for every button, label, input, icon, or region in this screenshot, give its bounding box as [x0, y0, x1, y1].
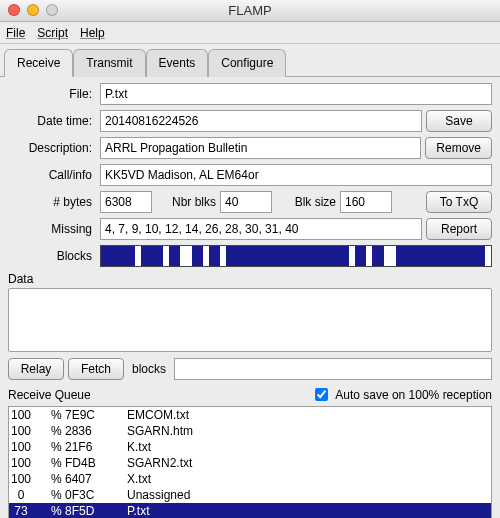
save-button[interactable]: Save [426, 110, 492, 132]
tab-transmit[interactable]: Transmit [73, 49, 145, 77]
label-blocks: Blocks [8, 249, 96, 263]
blksize-field[interactable] [340, 191, 392, 213]
report-button[interactable]: Report [426, 218, 492, 240]
titlebar: FLAMP [0, 0, 500, 22]
queue-row[interactable]: 100%6407X.txt [9, 471, 491, 487]
queue-row[interactable]: 100%FD4BSGARN2.txt [9, 455, 491, 471]
label-blocks-small: blocks [128, 362, 170, 376]
queue-row[interactable]: 100%21F6K.txt [9, 439, 491, 455]
bytes-field[interactable] [100, 191, 152, 213]
label-file: File: [8, 87, 96, 101]
menu-help[interactable]: Help [80, 26, 105, 40]
tab-receive[interactable]: Receive [4, 49, 73, 77]
fetch-button[interactable]: Fetch [68, 358, 124, 380]
menu-file[interactable]: File [6, 26, 25, 40]
close-icon[interactable] [8, 4, 20, 16]
menu-script[interactable]: Script [37, 26, 68, 40]
label-datetime: Date time: [8, 114, 96, 128]
relay-button[interactable]: Relay [8, 358, 64, 380]
blocks-strip [100, 245, 492, 267]
data-textarea[interactable] [8, 288, 492, 352]
tab-configure[interactable]: Configure [208, 49, 286, 77]
autosave-checkbox[interactable]: Auto save on 100% reception [311, 385, 492, 404]
label-callinfo: Call/info [8, 168, 96, 182]
autosave-label: Auto save on 100% reception [335, 388, 492, 402]
receive-queue[interactable]: 100%7E9CEMCOM.txt100%2836SGARN.htm100%21… [8, 406, 492, 518]
callinfo-field[interactable] [100, 164, 492, 186]
missing-field[interactable] [100, 218, 422, 240]
file-field[interactable] [100, 83, 492, 105]
label-data: Data [8, 272, 492, 286]
queue-row[interactable]: 100%2836SGARN.htm [9, 423, 491, 439]
label-description: Description: [8, 141, 96, 155]
to-txq-button[interactable]: To TxQ [426, 191, 492, 213]
zoom-icon[interactable] [46, 4, 58, 16]
label-nbrblks: Nbr blks [156, 195, 216, 209]
tab-events[interactable]: Events [146, 49, 209, 77]
blocks-input[interactable] [174, 358, 492, 380]
description-field[interactable] [100, 137, 421, 159]
receive-panel: File: Date time: Save Description: Remov… [0, 77, 500, 518]
queue-row[interactable]: 0%0F3CUnassigned [9, 487, 491, 503]
label-bytes: # bytes [8, 195, 96, 209]
queue-row[interactable]: 73%8F5DP.txt [9, 503, 491, 518]
tabs: Receive Transmit Events Configure [0, 44, 500, 76]
label-receive-queue: Receive Queue [8, 388, 307, 402]
label-missing: Missing [8, 222, 96, 236]
nbrblks-field[interactable] [220, 191, 272, 213]
datetime-field[interactable] [100, 110, 422, 132]
window-title: FLAMP [0, 3, 500, 18]
minimize-icon[interactable] [27, 4, 39, 16]
remove-button[interactable]: Remove [425, 137, 492, 159]
label-blksize: Blk size [276, 195, 336, 209]
queue-row[interactable]: 100%7E9CEMCOM.txt [9, 407, 491, 423]
menubar: File Script Help [0, 22, 500, 44]
